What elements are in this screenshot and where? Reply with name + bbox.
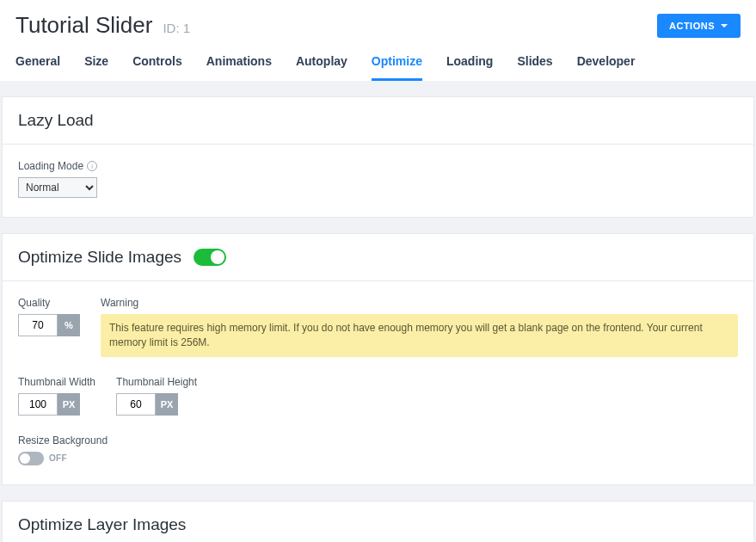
warning-label: Warning xyxy=(101,297,738,309)
quality-label: Quality xyxy=(18,297,80,309)
info-icon[interactable]: i xyxy=(87,161,97,171)
page-id: ID: 1 xyxy=(163,21,190,35)
panel-lazy-load: Lazy Load Loading Mode i Normal xyxy=(2,96,754,218)
thumb-width-unit: PX xyxy=(58,393,80,416)
tab-optimize[interactable]: Optimize xyxy=(372,47,422,81)
thumb-width-input[interactable] xyxy=(18,393,58,416)
quality-unit: % xyxy=(58,314,80,336)
tab-loading[interactable]: Loading xyxy=(446,47,493,81)
thumb-height-label: Thumbnail Height xyxy=(116,376,197,388)
loading-mode-label: Loading Mode xyxy=(18,160,83,172)
tab-controls[interactable]: Controls xyxy=(132,47,182,81)
panel-optimize-slides: Optimize Slide Images Quality % Warning … xyxy=(2,233,754,485)
tab-animations[interactable]: Animations xyxy=(206,47,272,81)
thumb-height-input[interactable] xyxy=(116,393,156,416)
resize-bg-state: OFF xyxy=(49,453,67,463)
panel-optimize-layers: Optimize Layer Images Resize OFF Base64 … xyxy=(2,501,754,542)
thumb-width-label: Thumbnail Width xyxy=(18,376,95,388)
tab-bar: GeneralSizeControlsAnimationsAutoplayOpt… xyxy=(15,47,741,81)
actions-button[interactable]: ACTIONS xyxy=(657,14,741,38)
resize-bg-toggle[interactable] xyxy=(18,452,44,465)
tab-size[interactable]: Size xyxy=(84,47,108,81)
page-title: Tutorial Slider xyxy=(15,12,152,39)
quality-input[interactable] xyxy=(18,314,58,336)
tab-developer[interactable]: Developer xyxy=(577,47,636,81)
optimize-slides-toggle[interactable] xyxy=(194,249,226,266)
panel-title-optimize-slides: Optimize Slide Images xyxy=(18,248,181,267)
resize-bg-label: Resize Background xyxy=(18,434,108,447)
tab-slides[interactable]: Slides xyxy=(517,47,552,81)
loading-mode-select[interactable]: Normal xyxy=(18,177,97,198)
panel-title-optimize-layers: Optimize Layer Images xyxy=(18,515,186,534)
panel-title-lazy-load: Lazy Load xyxy=(18,111,94,130)
chevron-down-icon xyxy=(720,22,728,30)
tab-general[interactable]: General xyxy=(15,47,60,81)
warning-box: This feature requires high memory limit.… xyxy=(101,314,738,357)
thumb-height-unit: PX xyxy=(156,393,178,416)
tab-autoplay[interactable]: Autoplay xyxy=(296,47,347,81)
actions-button-label: ACTIONS xyxy=(669,21,715,31)
